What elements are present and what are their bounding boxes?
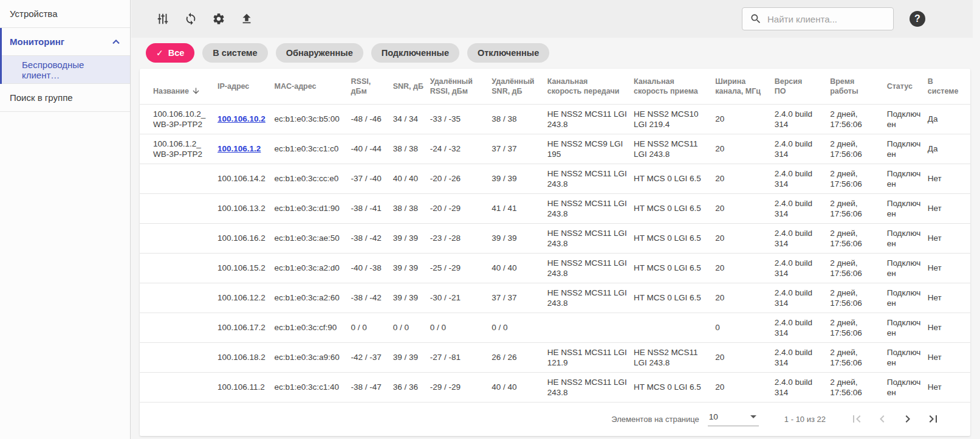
cell-ip-address-link[interactable]: 100.106.1.2: [218, 134, 275, 164]
filter-chip-disconnected[interactable]: Отключенные: [467, 43, 549, 63]
column-header-channel-width[interactable]: Ширина канала, МГц: [715, 69, 775, 104]
cell-firmware-version: 2.4.0 build 314: [775, 223, 830, 253]
cell-channel-width: 20: [715, 104, 775, 134]
column-header-rx-rate[interactable]: Канальная скорость приема: [634, 69, 715, 104]
cell-status: Подключен: [887, 223, 928, 253]
cell-uptime: 2 дней, 17:56:06: [830, 253, 887, 283]
cell-in-system: Нет: [928, 193, 970, 223]
cell-rssi: -48 / -46: [351, 104, 393, 134]
upload-button[interactable]: [239, 12, 254, 26]
cell-remote-rssi: -30 / -21: [430, 283, 492, 313]
cell-firmware-version: 2.4.0 build 314: [775, 253, 830, 283]
cell-name: [140, 313, 218, 342]
first-page-button: [849, 411, 865, 427]
cell-tx-rate: HE NSS1 MCS11 LGI 121.9: [547, 342, 634, 372]
cell-in-system: Нет: [928, 223, 970, 253]
cell-firmware-version: 2.4.0 build 314: [775, 342, 830, 372]
cell-remote-snr: 37 / 37: [492, 134, 547, 164]
filter-chip-discovered[interactable]: Обнаруженные: [276, 43, 363, 63]
filter-chip-all[interactable]: ✓ Все: [146, 43, 194, 63]
sidebar-item-monitoring[interactable]: Мониторинг: [2, 28, 130, 56]
refresh-icon: [184, 12, 197, 26]
cell-rssi: -38 / -42: [351, 223, 393, 253]
cell-channel-width: 20: [715, 253, 775, 283]
column-header-remote-rssi[interactable]: Удалённый RSSI, дБм: [430, 69, 492, 104]
main-area: ? ✓ Все В системе Обнаруженные Подключен…: [131, 0, 980, 439]
cell-snr: 40 / 40: [393, 164, 430, 193]
cell-mac-address: ec:b1:e0:3c:c1:40: [275, 372, 351, 402]
cell-remote-snr: 41 / 41: [492, 193, 547, 223]
cell-rx-rate: HT MCS 0 LGI 6.5: [634, 164, 715, 193]
chip-label: Отключенные: [478, 48, 539, 58]
cell-mac-address: ec:b1:e0:3c:cf:90: [275, 313, 351, 342]
sidebar-item-label: Поиск в группе: [10, 92, 73, 103]
cell-uptime: 2 дней, 17:56:06: [830, 313, 887, 342]
cell-uptime: 2 дней, 17:56:06: [830, 283, 887, 313]
cell-rssi: -40 / -44: [351, 134, 393, 164]
next-page-button[interactable]: [900, 411, 916, 427]
cell-uptime: 2 дней, 17:56:06: [830, 164, 887, 193]
column-header-mac[interactable]: MAC-адрес: [275, 69, 351, 104]
pagination-range-label: 1 - 10 из 22: [784, 415, 826, 424]
search-box: [742, 7, 894, 30]
column-header-snr[interactable]: SNR, дБ: [393, 69, 430, 104]
cell-name: [140, 223, 218, 253]
cell-mac-address: ec:b1:e0:3c:a2:60: [275, 283, 351, 313]
column-header-in-system[interactable]: В системе: [928, 69, 970, 104]
cell-channel-width: 20: [715, 193, 775, 223]
cell-rx-rate: HT MCS 0 LGI 6.5: [634, 223, 715, 253]
table-row: 100.106.12.2 ec:b1:e0:3c:a2:60 -38 / -42…: [140, 283, 970, 313]
cell-uptime: 2 дней, 17:56:06: [830, 372, 887, 402]
cell-mac-address: ec:b1:e0:3c:a9:60: [275, 342, 351, 372]
help-button[interactable]: ?: [910, 11, 925, 27]
column-header-ip[interactable]: IP-адрес: [218, 69, 275, 104]
cell-rssi: -38 / -41: [351, 193, 393, 223]
column-header-rssi[interactable]: RSSI, дБм: [351, 69, 393, 104]
items-per-page-select[interactable]: 10: [708, 412, 759, 426]
cell-ip-address: 100.106.11.2: [218, 372, 275, 402]
search-input[interactable]: [767, 14, 886, 24]
filter-chip-connected[interactable]: Подключенные: [371, 43, 459, 63]
column-header-name[interactable]: Название: [140, 69, 218, 104]
chip-label: Все: [168, 48, 185, 58]
chip-label: В системе: [213, 48, 257, 58]
last-page-button[interactable]: [925, 411, 941, 427]
cell-remote-rssi: -23 / -28: [430, 223, 492, 253]
table-row: 100.106.16.2 ec:b1:e0:3c:ae:50 -38 / -42…: [140, 223, 970, 253]
sidebar-item-devices[interactable]: Устройства: [0, 0, 130, 28]
cell-rssi: -40 / -38: [351, 253, 393, 283]
sidebar-section-monitoring: Мониторинг Беспроводные клиент…: [0, 28, 130, 84]
settings-button[interactable]: [211, 12, 226, 26]
chevron-left-icon: [875, 412, 889, 426]
column-header-uptime[interactable]: Время работы: [830, 69, 887, 104]
column-header-firmware[interactable]: Версия ПО: [775, 69, 830, 104]
sidebar-item-label: Устройства: [10, 9, 57, 19]
column-label: Название: [153, 86, 189, 96]
cell-status: Подключен: [887, 164, 928, 193]
cell-channel-width: 20: [715, 372, 775, 402]
table-body: 100.106.10.2_ WB-3P-PTP2 100.106.10.2 ec…: [140, 104, 970, 402]
cell-remote-rssi: -24 / -32: [430, 134, 492, 164]
cell-ip-address-link[interactable]: 100.106.10.2: [218, 104, 275, 134]
sidebar-item-wireless-clients[interactable]: Беспроводные клиент…: [2, 56, 130, 84]
column-header-tx-rate[interactable]: Канальная скорость передачи: [547, 69, 634, 104]
filter-settings-button[interactable]: [156, 12, 170, 26]
filter-chip-in-system[interactable]: В системе: [202, 43, 267, 63]
cell-tx-rate: HE NSS2 MCS9 LGI 195: [547, 134, 634, 164]
cell-firmware-version: 2.4.0 build 314: [775, 134, 830, 164]
refresh-button[interactable]: [183, 12, 198, 26]
cell-status: Подключен: [887, 313, 928, 342]
filter-chips: ✓ Все В системе Обнаруженные Подключенны…: [131, 38, 980, 63]
column-header-remote-snr[interactable]: Удалённый SNR, дБ: [492, 69, 547, 104]
tune-icon: [156, 12, 170, 26]
sidebar-item-group-search[interactable]: Поиск в группе: [0, 84, 130, 112]
cell-remote-snr: 40 / 40: [492, 253, 547, 283]
cell-remote-snr: 38 / 38: [492, 104, 547, 134]
cell-mac-address: ec:b1:e0:3c:d1:90: [275, 193, 351, 223]
cell-name: [140, 193, 218, 223]
cell-ip-address: 100.106.17.2: [218, 313, 275, 342]
cell-in-system: Нет: [928, 372, 970, 402]
column-header-status[interactable]: Статус: [887, 69, 928, 104]
cell-remote-snr: 39 / 39: [492, 223, 547, 253]
cell-remote-snr: 0 / 0: [492, 313, 547, 342]
